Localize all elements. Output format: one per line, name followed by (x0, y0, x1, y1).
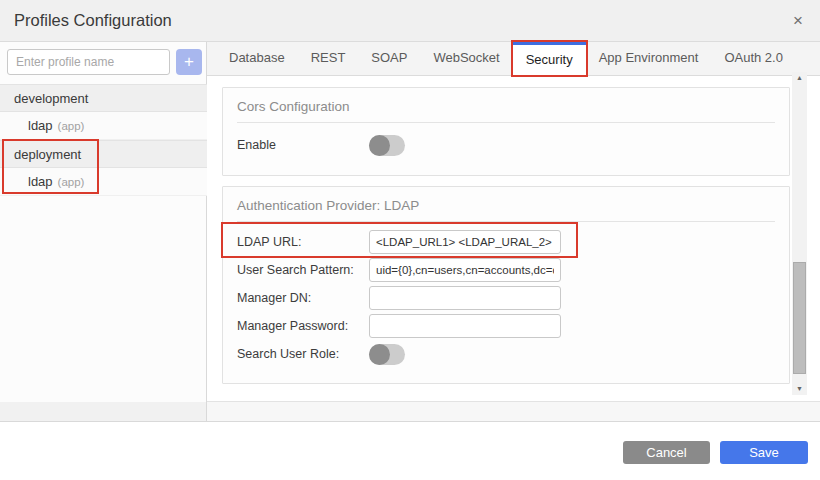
ldap-url-input[interactable] (369, 230, 561, 254)
save-button[interactable]: Save (720, 441, 808, 464)
tab-websocket[interactable]: WebSocket (420, 42, 512, 75)
ldap-url-row: LDAP URL: (237, 229, 775, 255)
sidebar-item-deployment[interactable]: deployment (0, 140, 207, 168)
auth-provider-ldap-card: Authentication Provider: LDAP LDAP URL: … (222, 186, 790, 384)
cors-enable-row: Enable (237, 132, 775, 158)
section-divider (237, 122, 775, 123)
manager-dn-input[interactable] (369, 286, 561, 310)
tab-app-environment[interactable]: App Environment (586, 42, 712, 75)
manager-dn-row: Manager DN: (237, 285, 775, 311)
scroll-up-icon[interactable]: ▲ (792, 72, 807, 84)
user-search-pattern-input[interactable] (369, 258, 561, 282)
cors-enable-toggle[interactable] (369, 135, 405, 156)
search-user-role-row: Search User Role: (237, 341, 775, 367)
toggle-knob (369, 344, 390, 365)
dialog-header: Profiles Configuration × (0, 0, 820, 42)
security-tab-panel: Cors Configuration Enable Authentication… (207, 76, 820, 402)
app-label: ldap (28, 174, 53, 189)
cors-configuration-card: Cors Configuration Enable (222, 87, 790, 176)
auth-section-title: Authentication Provider: LDAP (223, 187, 789, 221)
search-user-role-toggle[interactable] (369, 344, 405, 365)
cors-section-title: Cors Configuration (223, 88, 789, 122)
add-profile-button[interactable]: + (176, 49, 202, 75)
tab-oauth[interactable]: OAuth 2.0 (711, 42, 796, 75)
manager-password-input[interactable] (369, 314, 561, 338)
dialog-title: Profiles Configuration (14, 11, 172, 30)
profile-add-row: + (0, 42, 207, 84)
scroll-down-icon[interactable]: ▼ (792, 383, 807, 395)
app-type-suffix: (app) (58, 176, 85, 188)
profile-label: deployment (14, 147, 81, 162)
app-label: ldap (28, 118, 53, 133)
tab-security[interactable]: Security (513, 42, 586, 75)
ldap-url-label: LDAP URL: (237, 235, 369, 249)
toggle-knob (369, 135, 390, 156)
profile-list: development ldap (app) deployment ldap (… (0, 84, 207, 196)
sidebar-item-ldap-app-1[interactable]: ldap (app) (0, 112, 207, 140)
manager-password-row: Manager Password: (237, 313, 775, 339)
sidebar-item-ldap-app-2[interactable]: ldap (app) (0, 168, 207, 196)
manager-password-label: Manager Password: (237, 319, 369, 333)
tab-database[interactable]: Database (216, 42, 298, 75)
enable-label: Enable (237, 138, 369, 152)
user-search-pattern-row: User Search Pattern: (237, 257, 775, 283)
cancel-button[interactable]: Cancel (623, 441, 710, 464)
auth-form: LDAP URL: User Search Pattern: Manager D… (223, 229, 789, 367)
tab-rest[interactable]: REST (298, 42, 359, 75)
profile-name-input[interactable] (7, 49, 170, 75)
profiles-configuration-dialog: Profiles Configuration × + development l… (0, 0, 820, 480)
section-divider (237, 221, 775, 222)
sidebar-item-development[interactable]: development (0, 84, 207, 112)
profile-label: development (14, 91, 88, 106)
panel-scrollbar[interactable]: ▲ ▼ (792, 72, 807, 395)
user-search-pattern-label: User Search Pattern: (237, 263, 369, 277)
sidebar-footer-strip (0, 402, 206, 421)
panel-footer-strip (207, 402, 820, 421)
manager-dn-label: Manager DN: (237, 291, 369, 305)
config-tabbar: Database REST SOAP WebSocket Security Ap… (207, 42, 820, 76)
tab-soap[interactable]: SOAP (358, 42, 420, 75)
scrollbar-thumb[interactable] (793, 262, 806, 374)
search-user-role-label: Search User Role: (237, 347, 369, 361)
profiles-sidebar: + development ldap (app) deployment ldap… (0, 42, 207, 421)
app-type-suffix: (app) (58, 120, 85, 132)
close-icon[interactable]: × (788, 11, 808, 31)
dialog-footer: Cancel Save (0, 421, 820, 480)
